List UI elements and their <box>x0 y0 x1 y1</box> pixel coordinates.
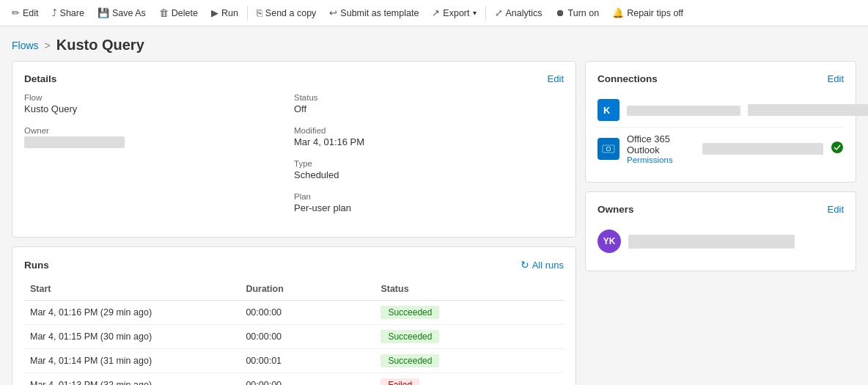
run-duration: 00:00:00 <box>240 301 375 325</box>
owner-item: YK████████████████ <box>597 224 844 259</box>
status-col: Status Off Modified Mar 4, 01:16 PM Type… <box>294 93 364 225</box>
edit-button[interactable]: ✏ Edit <box>6 4 45 21</box>
col-header-duration: Duration <box>240 279 375 301</box>
status-badge: Succeeded <box>380 354 439 367</box>
analytics-button[interactable]: ⤢ Analytics <box>489 4 548 21</box>
status-value: Off <box>294 103 364 114</box>
run-status: Failed <box>375 373 564 386</box>
submit-template-button[interactable]: ↩ Submit as template <box>323 4 424 21</box>
runs-table-body: Mar 4, 01:16 PM (29 min ago)00:00:00Succ… <box>24 301 564 386</box>
owner-detail: Owner ████████████████ <box>24 126 294 148</box>
turn-on-icon: ⏺ <box>556 7 565 18</box>
connections-title: Connections <box>597 73 658 84</box>
plan-detail: Plan Per-user plan <box>294 192 364 213</box>
table-row[interactable]: Mar 4, 01:15 PM (30 min ago)00:00:00Succ… <box>24 325 564 349</box>
modified-detail: Modified Mar 4, 01:16 PM <box>294 126 364 147</box>
all-runs-link[interactable]: ↻ All runs <box>521 259 564 271</box>
flow-label: Flow <box>24 93 294 102</box>
connection-id: ████████████████ <box>748 104 868 116</box>
owners-title: Owners <box>597 204 634 215</box>
send-copy-button[interactable]: ⎘ Send a copy <box>251 4 323 21</box>
col-header-status: Status <box>375 279 564 301</box>
details-card: Details Edit Flow Kusto Query Owner ████… <box>12 61 576 238</box>
run-duration: 00:00:00 <box>240 373 375 386</box>
run-duration: 00:00:00 <box>240 325 375 349</box>
page-title: Kusto Query <box>56 37 144 54</box>
run-start: Mar 4, 01:14 PM (31 min ago) <box>24 349 240 373</box>
divider <box>247 6 248 21</box>
details-grid: Flow Kusto Query Owner ████████████████ … <box>24 93 564 225</box>
type-detail: Type Scheduled <box>294 159 364 180</box>
run-start: Mar 4, 01:15 PM (30 min ago) <box>24 325 240 349</box>
type-value: Scheduled <box>294 169 364 180</box>
connection-item: OOffice 365 OutlookPermissions██████████… <box>597 128 844 170</box>
save-as-button[interactable]: 💾 Save As <box>92 4 152 21</box>
svg-text:K: K <box>603 105 611 116</box>
owner-name: ████████████████ <box>628 235 795 249</box>
analytics-icon: ⤢ <box>495 7 503 18</box>
toolbar: ✏ Edit ⤴ Share 💾 Save As 🗑 Delete ▶ Run … <box>0 0 868 26</box>
modified-value: Mar 4, 01:16 PM <box>294 136 364 147</box>
plan-value: Per-user plan <box>294 202 364 213</box>
edit-icon: ✏ <box>12 7 20 18</box>
run-status: Succeeded <box>375 325 564 349</box>
connection-sub-link[interactable]: Permissions <box>627 155 695 164</box>
connections-edit-link[interactable]: Edit <box>828 73 844 84</box>
owners-card: Owners Edit YK████████████████ <box>585 191 856 271</box>
connection-info: ████████@microsoft.com <box>627 105 740 116</box>
owner-value: ████████████████ <box>24 136 125 148</box>
owners-edit-link[interactable]: Edit <box>828 204 844 215</box>
owners-list: YK████████████████ <box>597 224 844 259</box>
type-label: Type <box>294 159 364 168</box>
breadcrumb-separator: > <box>45 40 51 51</box>
svg-point-5 <box>831 142 843 153</box>
owners-header: Owners Edit <box>597 204 844 215</box>
run-status: Succeeded <box>375 349 564 373</box>
runs-card: Runs ↻ All runs Start Duration Status <box>12 246 576 385</box>
kusto-icon: K <box>597 99 619 121</box>
modified-label: Modified <box>294 126 364 135</box>
repair-icon: 🔔 <box>612 7 624 18</box>
flow-value: Kusto Query <box>24 103 294 114</box>
divider2 <box>485 6 486 21</box>
connections-list: K████████@microsoft.com████████████████O… <box>597 93 844 170</box>
turn-on-button[interactable]: ⏺ Turn on <box>550 4 606 21</box>
connection-email: ████████@microsoft.com <box>627 106 740 116</box>
submit-icon: ↩ <box>329 7 337 18</box>
share-icon: ⤴ <box>52 7 57 18</box>
status-badge: Succeeded <box>380 306 439 319</box>
run-start: Mar 4, 01:13 PM (32 min ago) <box>24 373 240 386</box>
run-status: Succeeded <box>375 301 564 325</box>
run-button[interactable]: ▶ Run <box>205 4 244 21</box>
table-row[interactable]: Mar 4, 01:16 PM (29 min ago)00:00:00Succ… <box>24 301 564 325</box>
avatar: YK <box>597 230 621 253</box>
runs-header: Runs ↻ All runs <box>24 259 564 271</box>
status-label: Status <box>294 93 364 102</box>
status-detail: Status Off <box>294 93 364 114</box>
connection-status-icon <box>831 141 844 157</box>
col-header-start: Start <box>24 279 240 301</box>
details-right: Status Off Modified Mar 4, 01:16 PM Type… <box>294 93 564 225</box>
connections-card: Connections Edit K████████@microsoft.com… <box>585 61 856 183</box>
table-row[interactable]: Mar 4, 01:13 PM (32 min ago)00:00:00Fail… <box>24 373 564 386</box>
connection-name: Office 365 Outlook <box>627 133 695 155</box>
delete-button[interactable]: 🗑 Delete <box>153 4 204 21</box>
details-edit-link[interactable]: Edit <box>548 73 564 84</box>
table-row[interactable]: Mar 4, 01:14 PM (31 min ago)00:00:01Succ… <box>24 349 564 373</box>
save-icon: 💾 <box>98 7 109 18</box>
details-header: Details Edit <box>24 73 564 84</box>
connection-info: Office 365 OutlookPermissions <box>627 133 695 164</box>
runs-title: Runs <box>24 260 49 271</box>
repair-tips-button[interactable]: 🔔 Repair tips off <box>606 4 689 21</box>
flow-detail: Flow Kusto Query <box>24 93 294 114</box>
send-copy-icon: ⎘ <box>257 7 262 18</box>
flows-link[interactable]: Flows <box>12 40 39 51</box>
status-badge: Failed <box>380 378 419 385</box>
breadcrumb: Flows > Kusto Query <box>0 26 868 61</box>
details-left: Flow Kusto Query Owner ████████████████ <box>24 93 294 225</box>
run-icon: ▶ <box>211 7 218 18</box>
share-button[interactable]: ⤴ Share <box>46 4 90 21</box>
details-title: Details <box>24 73 56 84</box>
runs-header-row: Start Duration Status <box>24 279 564 301</box>
export-button[interactable]: ↗ Export ▾ <box>426 4 482 21</box>
